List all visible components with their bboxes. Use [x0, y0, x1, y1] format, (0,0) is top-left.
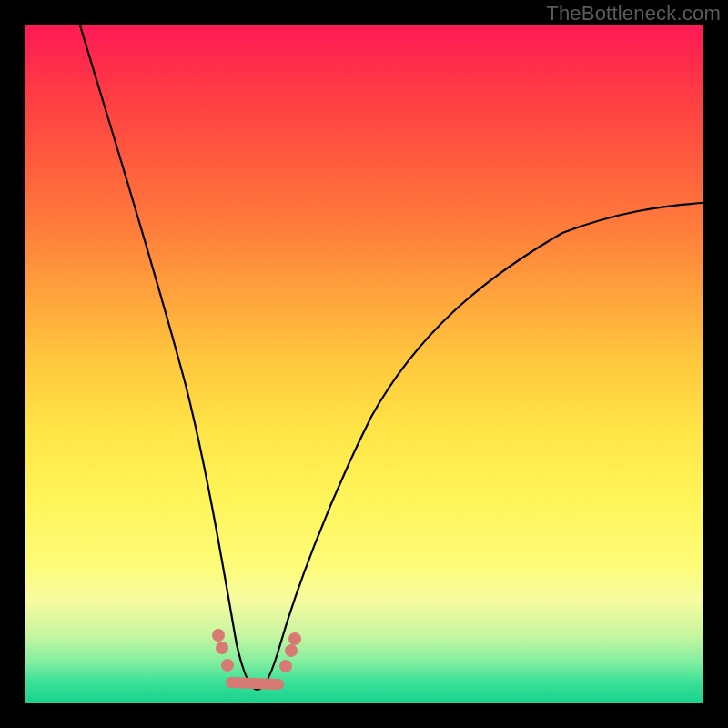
curve-layer	[25, 25, 703, 703]
svg-point-0	[212, 629, 225, 642]
svg-point-3	[279, 660, 292, 672]
trough-markers	[212, 629, 301, 672]
trough-segment	[231, 682, 278, 684]
chart-frame: TheBottleneck.com	[0, 0, 728, 728]
svg-point-2	[221, 659, 234, 672]
dip-curve-path	[80, 25, 703, 690]
svg-point-5	[288, 632, 301, 645]
svg-point-1	[216, 642, 228, 654]
svg-point-4	[285, 644, 298, 657]
plot-area	[25, 25, 703, 703]
watermark-text: TheBottleneck.com	[546, 2, 721, 25]
